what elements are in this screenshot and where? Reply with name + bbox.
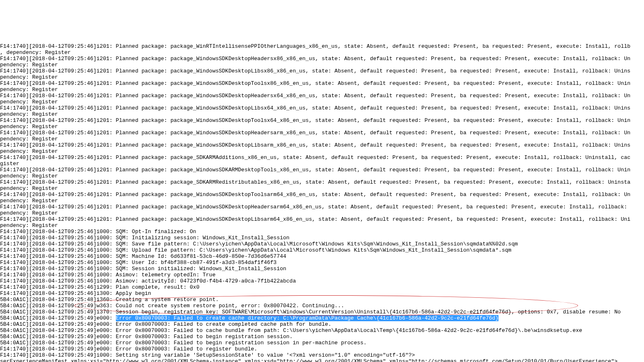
log-line[interactable]: F14:1740][2018-04-12T09:25:46]i201: Plan… xyxy=(0,179,644,185)
log-viewer[interactable]: F14:1740][2018-04-12T09:25:46]i201: Plan… xyxy=(0,31,644,362)
log-line[interactable]: F14:1740][2018-04-12T09:25:46]i201: Plan… xyxy=(0,216,644,222)
log-line[interactable]: 5B4:0A1C][2018-04-12T09:25:49]e000: Erro… xyxy=(0,321,644,327)
log-line[interactable]: F14:1740][2018-04-12T09:25:46]i201: Plan… xyxy=(0,105,644,111)
log-line[interactable]: pendency: Register xyxy=(0,185,644,192)
log-line[interactable]: F14:1740][2018-04-12T09:25:46]i201: Plan… xyxy=(0,204,644,210)
log-line[interactable]: pendency: Register xyxy=(0,86,644,93)
log-line[interactable]: F14:1740][2018-04-12T09:25:49]i000: Sett… xyxy=(0,352,644,358)
log-line[interactable]: F14:1740][2018-04-12T09:25:46]i201: Plan… xyxy=(0,43,644,49)
log-line[interactable]: F14:1740][2018-04-12T09:25:46]i000: Asim… xyxy=(0,278,644,284)
log-line[interactable]: F14:1740][2018-04-12T09:25:46]i201: Plan… xyxy=(0,192,644,198)
log-line[interactable]: pendency: Register xyxy=(0,148,644,154)
log-line[interactable]: pendency: Register xyxy=(0,222,644,229)
log-line[interactable]: serExperienceManifest xmlns:xsi="http://… xyxy=(0,358,644,362)
log-line[interactable]: pendency: Register xyxy=(0,210,644,216)
highlighted-error-text[interactable]: Error 0x80070003: Failed to create cache… xyxy=(116,315,498,321)
log-line[interactable]: F14:1740][2018-04-12T09:25:46]i300: Appl… xyxy=(0,290,644,297)
log-line[interactable]: F14:1740][2018-04-12T09:25:46]i201: Plan… xyxy=(0,142,644,148)
log-line[interactable]: F14:1740][2018-04-12T09:25:46]i201: Plan… xyxy=(0,130,644,136)
log-line[interactable]: pendency: Register xyxy=(0,99,644,105)
log-line[interactable]: 5B4:0A1C][2018-04-12T09:25:49]i370: Sess… xyxy=(0,309,644,315)
log-line[interactable]: pendency: Register xyxy=(0,124,644,130)
log-line[interactable]: 5B4:0A1C][2018-04-12T09:25:49]e000: Erro… xyxy=(0,327,644,334)
log-line[interactable]: pendency: Register xyxy=(0,111,644,117)
log-line[interactable]: , dependency: Register xyxy=(0,49,644,56)
log-line[interactable]: 5B4:0A1C][2018-04-12T09:25:49]w363: Coul… xyxy=(0,303,644,309)
log-line[interactable]: F14:1740][2018-04-12T09:25:46]i000: Asim… xyxy=(0,272,644,278)
log-line[interactable]: F14:1740][2018-04-12T09:25:46]i201: Plan… xyxy=(0,93,644,99)
log-line[interactable]: gister xyxy=(0,161,644,167)
log-line[interactable]: F14:1740][2018-04-12T09:25:46]i201: Plan… xyxy=(0,68,644,74)
log-line-prefix[interactable]: 5B4:0A1C][2018-04-12T09:25:49]e000: xyxy=(0,315,116,321)
log-line[interactable]: F14:1740][2018-04-12T09:25:46]i000: SQM:… xyxy=(0,229,644,235)
log-line[interactable]: F14:1740][2018-04-12T09:25:46]i000: SQM:… xyxy=(0,253,644,259)
log-line[interactable]: F14:1740][2018-04-12T09:25:46]i000: SQM:… xyxy=(0,235,644,241)
log-line[interactable]: F14:1740][2018-04-12T09:25:46]i201: Plan… xyxy=(0,56,644,62)
log-line[interactable]: F14:1740][2018-04-12T09:25:46]i000: SQM:… xyxy=(0,266,644,272)
log-lines[interactable]: F14:1740][2018-04-12T09:25:46]i201: Plan… xyxy=(0,43,644,362)
log-line[interactable]: pendency: Register xyxy=(0,136,644,142)
log-line[interactable]: F14:1740][2018-04-12T09:25:46]i201: Plan… xyxy=(0,167,644,173)
log-line[interactable]: F14:1740][2018-04-12T09:25:46]i299: Plan… xyxy=(0,284,644,290)
log-line[interactable]: F14:1740][2018-04-12T09:25:46]i000: SQM:… xyxy=(0,247,644,253)
log-line[interactable]: F14:1740][2018-04-12T09:25:46]i201: Plan… xyxy=(0,117,644,124)
log-line[interactable]: pendency: Register xyxy=(0,62,644,68)
log-line[interactable]: 5B4:0A1C][2018-04-12T09:25:49]e000: Erro… xyxy=(0,334,644,340)
log-line[interactable]: pendency: Register xyxy=(0,173,644,179)
log-line[interactable]: F14:1740][2018-04-12T09:25:46]i201: Plan… xyxy=(0,80,644,86)
log-line[interactable]: pendency: Register xyxy=(0,74,644,80)
log-line[interactable]: F14:1740][2018-04-12T09:25:46]i201: Plan… xyxy=(0,154,644,161)
log-line[interactable]: F14:1740][2018-04-12T09:25:46]i000: SQM:… xyxy=(0,241,644,247)
log-line[interactable]: 5B4:0A1C][2018-04-12T09:25:49]e000: Erro… xyxy=(0,340,644,346)
log-line[interactable]: 5B4:0A1C][2018-04-12T09:25:49]e000: Erro… xyxy=(0,315,644,321)
log-line[interactable]: 5B4:0A1C][2018-04-12T09:25:48]i360: Crea… xyxy=(0,297,644,303)
log-line[interactable]: F14:1740][2018-04-12T09:25:49]e000: Erro… xyxy=(0,346,644,352)
log-line[interactable]: pendency: Register xyxy=(0,198,644,204)
log-line[interactable]: F14:1740][2018-04-12T09:25:46]i000: SQM:… xyxy=(0,259,644,266)
